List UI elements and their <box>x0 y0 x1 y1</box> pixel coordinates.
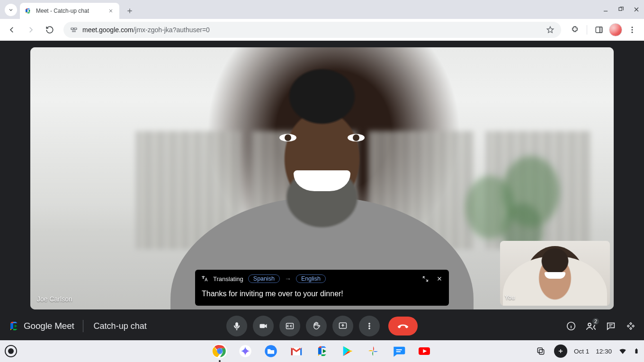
meet-favicon-icon <box>25 7 32 15</box>
raise-hand-button[interactable] <box>306 316 327 336</box>
expand-captions-button[interactable] <box>421 275 429 283</box>
leave-call-button[interactable] <box>388 317 418 336</box>
back-button[interactable] <box>4 22 20 38</box>
maximize-button[interactable] <box>617 6 624 13</box>
target-language-chip[interactable]: English <box>296 274 326 283</box>
shelf-date[interactable]: Oct 1 <box>574 348 589 355</box>
youtube-app-icon[interactable] <box>416 343 433 360</box>
meet-app: Joe Carlson Translating Spanish → Englis… <box>0 41 644 340</box>
meet-app-icon[interactable] <box>313 343 331 360</box>
svg-rect-4 <box>600 27 602 33</box>
battery-icon[interactable] <box>634 347 639 355</box>
more-options-button[interactable] <box>359 316 380 336</box>
meet-logo: Google Meet <box>8 321 74 331</box>
activities-button[interactable] <box>625 320 636 332</box>
svg-point-15 <box>588 323 591 326</box>
svg-rect-8 <box>260 324 265 328</box>
svg-rect-0 <box>619 8 622 10</box>
side-panel-button[interactable] <box>591 22 607 38</box>
svg-point-13 <box>369 328 370 329</box>
tab-title: Meet - Catch-up chat <box>36 8 103 14</box>
svg-rect-24 <box>635 349 638 353</box>
self-view[interactable]: You <box>500 241 610 306</box>
play-store-app-icon[interactable] <box>339 343 356 360</box>
meet-logo-icon <box>8 321 20 331</box>
messages-app-icon[interactable] <box>390 343 407 360</box>
minimize-button[interactable] <box>602 6 609 13</box>
extensions-button[interactable] <box>567 22 583 38</box>
svg-point-7 <box>632 31 633 33</box>
captions-button[interactable] <box>279 316 300 336</box>
svg-rect-22 <box>537 348 542 353</box>
chrome-app-icon[interactable] <box>211 343 228 360</box>
people-count-badge: 2 <box>592 318 599 325</box>
new-tab-button[interactable] <box>123 4 136 18</box>
svg-point-6 <box>632 29 633 30</box>
meet-bottom-bar: Google Meet Catch-up chat 2 <box>0 312 644 340</box>
chrome-menu-button[interactable] <box>624 22 640 38</box>
phone-hub-button[interactable] <box>554 344 567 358</box>
photos-app-icon[interactable] <box>365 343 382 360</box>
profile-avatar-button[interactable] <box>609 23 622 36</box>
wifi-icon[interactable] <box>618 347 627 355</box>
chat-button[interactable] <box>605 320 617 332</box>
svg-point-18 <box>217 349 222 353</box>
meeting-title: Catch-up chat <box>94 321 147 331</box>
microphone-button[interactable] <box>226 316 247 336</box>
meet-brand-text: Google Meet <box>24 321 74 331</box>
svg-rect-25 <box>636 349 637 350</box>
window-controls <box>602 0 640 19</box>
meeting-details-button[interactable] <box>565 320 577 332</box>
reload-button[interactable] <box>42 22 58 38</box>
tote-button[interactable] <box>534 344 547 358</box>
svg-rect-1 <box>71 28 73 29</box>
source-language-chip[interactable]: Spanish <box>248 274 280 283</box>
gemini-app-icon[interactable] <box>237 343 254 360</box>
present-screen-button[interactable] <box>332 316 353 336</box>
bookmark-star-icon[interactable] <box>546 26 555 34</box>
gmail-app-icon[interactable] <box>288 343 305 360</box>
arrow-right-icon: → <box>285 275 291 283</box>
close-window-button[interactable] <box>633 6 640 13</box>
url-text: meet.google.com/jmx-zgoh-jka?authuser=0 <box>82 26 210 34</box>
tab-close-button[interactable] <box>107 7 115 15</box>
svg-point-5 <box>632 26 633 28</box>
participant-name-label: Joe Carlson <box>37 295 72 303</box>
address-bar[interactable]: meet.google.com/jmx-zgoh-jka?authuser=0 <box>63 22 561 38</box>
files-app-icon[interactable] <box>262 343 279 360</box>
svg-rect-23 <box>539 350 544 354</box>
tab-search-button[interactable] <box>5 4 17 16</box>
browser-tab-strip: Meet - Catch-up chat <box>0 0 644 19</box>
svg-point-12 <box>369 326 370 327</box>
self-label: You <box>505 294 515 301</box>
chromeos-shelf: Oct 1 12:30 <box>0 340 644 362</box>
translation-caption-panel: Translating Spanish → English Thanks for… <box>195 270 449 306</box>
forward-button[interactable] <box>23 22 39 38</box>
caption-text: Thanks for inviting me over to your dinn… <box>201 290 443 298</box>
close-captions-button[interactable] <box>436 275 443 283</box>
svg-rect-2 <box>74 28 77 29</box>
launcher-button[interactable] <box>5 345 17 357</box>
browser-toolbar: meet.google.com/jmx-zgoh-jka?authuser=0 <box>0 19 644 41</box>
translate-icon <box>201 275 208 283</box>
shelf-time[interactable]: 12:30 <box>596 348 612 355</box>
people-button[interactable]: 2 <box>585 320 597 332</box>
camera-button[interactable] <box>253 316 274 336</box>
site-info-icon[interactable] <box>70 26 78 34</box>
main-video-stage: Joe Carlson Translating Spanish → Englis… <box>30 47 614 309</box>
browser-tab[interactable]: Meet - Catch-up chat <box>20 3 119 19</box>
translating-label: Translating <box>213 275 243 283</box>
svg-point-11 <box>369 323 370 325</box>
